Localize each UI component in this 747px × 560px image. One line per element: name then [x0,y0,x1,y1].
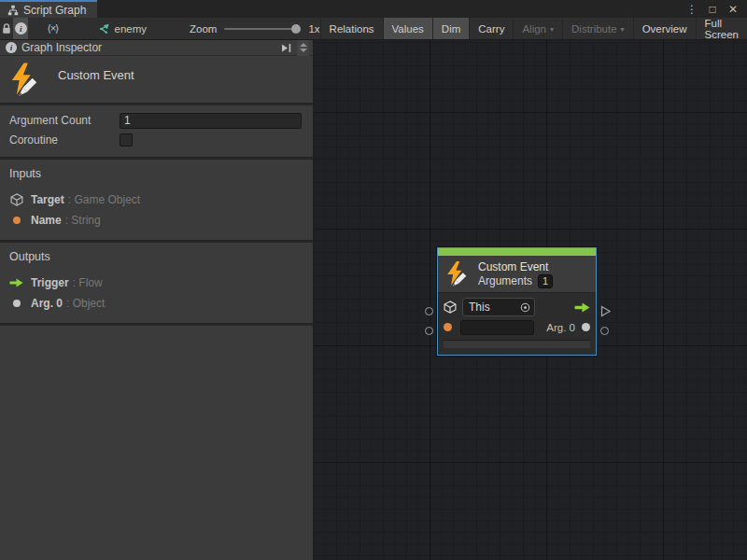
event-title: Custom Event [58,68,134,82]
coroutine-label: Coroutine [9,133,120,147]
port-type: : String [65,214,101,227]
node-accent-bar [438,248,596,256]
inputs-section: Inputs Target : Game Object Name : Strin… [0,160,313,240]
flow-arrow-icon [9,278,23,287]
overview-button[interactable]: Overview [634,18,697,39]
zoom-slider[interactable] [224,28,297,30]
window-controls: ⋮ □ ✕ [684,0,747,18]
graph-inspector-panel: i Graph Inspector Custom Event [0,40,314,560]
section-divider [0,323,313,326]
info-icon: i [6,42,17,53]
output-port-row: Arg. 0 : Object [9,293,303,314]
zoom-value: 1x [308,23,319,35]
zoom-label: Zoom [190,23,217,35]
carry-button[interactable]: Carry [470,18,514,39]
panel-title: Graph Inspector [21,41,276,54]
string-port-icon [13,217,21,224]
code-icon: ⟨×⟩ [47,22,58,35]
values-button[interactable]: Values [384,18,433,39]
graph-asset-icon [98,23,110,35]
object-picker-icon[interactable] [520,302,530,313]
port-name: Target [31,193,64,206]
graph-inspector-header: i Graph Inspector [0,40,313,56]
node-header[interactable]: Custom Event Arguments 1 [438,256,596,293]
align-dropdown-button[interactable]: Align▾ [514,18,563,39]
distribute-dropdown-button[interactable]: Distribute▾ [563,18,634,39]
window-close-button[interactable]: ✕ [725,1,741,17]
tab-label: Script Graph [23,4,86,17]
node-body: This [438,293,596,351]
chevron-down-icon: ▾ [550,25,554,34]
outputs-section: Outputs Trigger : Flow Arg. 0 : Object [0,243,313,323]
panel-scroll-spinner[interactable] [297,40,309,56]
inspector-toggle-button[interactable]: i [13,18,28,39]
port-name: Trigger [31,276,69,289]
script-graph-window: Script Graph ⋮ □ ✕ i ⟨×⟩ [0,0,747,560]
scroll-down-icon [300,49,307,52]
coroutine-row: Coroutine [9,132,302,148]
lock-button[interactable] [0,18,13,39]
dim-button[interactable]: Dim [433,18,470,39]
lock-icon [1,22,12,35]
custom-event-node[interactable]: Custom Event Arguments 1 This [437,247,597,356]
flow-arrow-icon [574,302,590,313]
graph-tab-icon [7,5,19,16]
tab-bar: Script Graph ⋮ □ ✕ [0,0,747,18]
object-port-icon [582,323,590,331]
node-arguments-label: Arguments [478,274,532,287]
port-name: Arg. 0 [31,297,63,310]
graph-asset-label: enemy [115,23,148,35]
input-port-row: Target : Game Object [9,189,303,210]
info-icon: i [15,22,27,35]
zoom-slider-handle[interactable] [291,24,301,34]
node-name-row: Arg. 0 [444,317,590,337]
custom-event-header: Custom Event [0,56,313,103]
scroll-up-icon [300,43,307,47]
node-input-port-name[interactable] [425,327,433,335]
game-object-cube-icon [444,301,457,314]
port-name: Name [31,214,62,227]
window-menu-button[interactable]: ⋮ [684,1,700,17]
chevron-down-icon: ▾ [621,25,625,34]
inputs-title: Inputs [9,167,303,180]
custom-event-icon [445,261,470,287]
port-type: : Game Object [68,193,140,206]
event-name-input[interactable] [460,320,534,335]
tab-script-graph[interactable]: Script Graph [0,0,97,18]
toolbar-buttons: Relations Values Dim Carry Align▾ Distri… [320,18,747,39]
port-type: : Object [66,297,105,310]
port-type: : Flow [73,276,103,289]
custom-event-icon [9,63,41,98]
code-view-button[interactable]: ⟨×⟩ [45,18,60,39]
argument-count-input[interactable] [120,113,302,129]
event-fields: Argument Count Coroutine [0,105,313,157]
coroutine-checkbox[interactable] [120,133,133,147]
node-input-port-target[interactable] [425,307,433,315]
node-title: Custom Event [478,260,553,273]
argument-count-label: Argument Count [9,114,120,127]
graph-canvas[interactable]: Custom Event Arguments 1 This [314,40,747,560]
graph-toolbar: i ⟨×⟩ enemy Zoom 1x Relations Values Dim [0,18,747,40]
zoom-control: Zoom 1x [190,18,320,39]
node-arguments-count: 1 [538,274,553,288]
dock-panel-icon[interactable] [281,43,292,53]
relations-button[interactable]: Relations [321,18,384,39]
object-port-icon [13,300,21,307]
node-output-port-trigger[interactable] [599,305,612,317]
input-port-row: Name : String [9,210,303,231]
node-target-row: This [444,297,590,317]
argument-count-row: Argument Count [9,112,302,129]
full-screen-button[interactable]: Full Screen [697,18,747,39]
node-footer [444,340,590,348]
outputs-title: Outputs [9,250,303,263]
target-object-dropdown[interactable]: This [462,298,535,316]
output-port-row: Trigger : Flow [9,273,303,293]
window-maximize-button[interactable]: □ [704,1,721,17]
target-object-value: This [469,301,520,314]
graph-asset-reference[interactable]: enemy [98,18,148,39]
string-port-icon [444,323,452,331]
arg0-output-label: Arg. 0 [546,322,575,333]
game-object-cube-icon [10,193,23,206]
node-output-port-arg0[interactable] [600,327,609,335]
